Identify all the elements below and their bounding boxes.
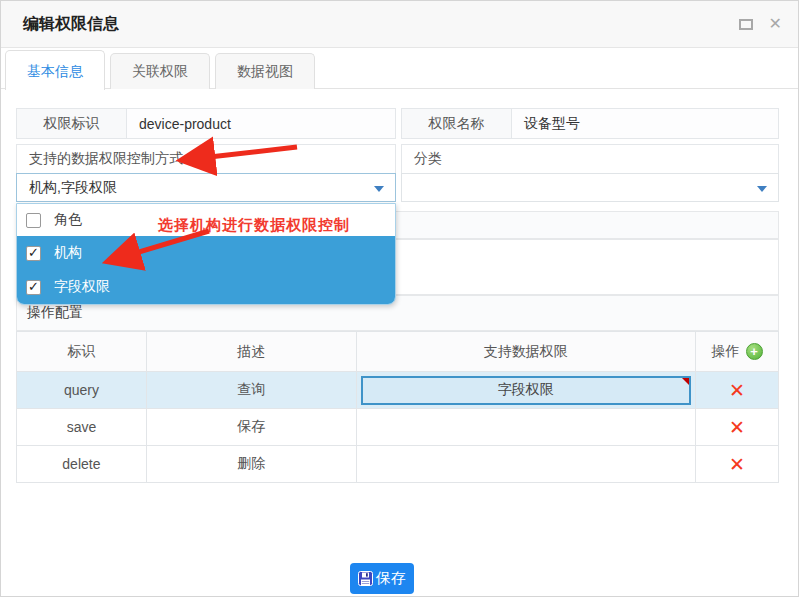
cell-editor-value: 字段权限 [498,381,554,399]
save-button-label: 保存 [376,569,406,588]
perm-id-input[interactable]: device-product [127,109,395,138]
cell-data-perm[interactable] [357,409,697,446]
cell-id: delete [17,446,147,483]
caret-down-icon [374,186,384,192]
col-header-desc: 描述 [147,332,357,372]
tab-basic-info[interactable]: 基本信息 [5,50,105,90]
cell-data-perm[interactable] [357,446,697,483]
col-header-data-perm: 支持数据权限 [357,332,697,372]
data-perm-select[interactable]: 机构,字段权限 [16,173,396,202]
dialog-titlebar: 编辑权限信息 ✕ [1,1,798,48]
checkbox-icon[interactable] [26,213,41,228]
delete-row-icon[interactable]: ✕ [729,455,745,474]
close-icon[interactable]: ✕ [769,18,782,30]
table-row-query[interactable]: query 查询 字段权限 ✕ [17,372,779,409]
annotation-text: 选择机构进行数据权限控制 [158,216,350,235]
data-perm-label: 支持的数据权限控制方式 [16,144,396,174]
cell-desc: 保存 [147,409,357,446]
delete-row-icon[interactable]: ✕ [729,381,745,400]
tab-bar: 基本信息 关联权限 数据视图 [1,48,798,89]
dropdown-item-field-perm[interactable]: 字段权限 [17,270,395,304]
cell-data-perm: 字段权限 [357,372,697,409]
perm-name-input[interactable]: 设备型号 [512,109,778,138]
maximize-icon[interactable] [739,19,753,30]
perm-name-label: 权限名称 [402,109,512,138]
cell-id: query [17,372,147,409]
dropdown-item-org[interactable]: 机构 [17,236,395,270]
category-select[interactable] [401,173,779,202]
tab-related-permissions[interactable]: 关联权限 [110,53,210,89]
col-header-operation-label: 操作 [712,343,740,361]
corner-mark-icon [682,378,689,385]
perm-name-group: 权限名称 设备型号 [401,108,779,139]
data-perm-select-value: 机构,字段权限 [29,179,117,197]
dialog-title: 编辑权限信息 [23,14,119,35]
delete-row-icon[interactable]: ✕ [729,418,745,437]
floppy-disk-icon [358,571,373,586]
tab-data-view[interactable]: 数据视图 [215,53,315,89]
perm-id-label: 权限标识 [17,109,127,138]
table-row-delete[interactable]: delete 删除 ✕ [17,446,779,483]
checkbox-checked-icon[interactable] [26,280,41,295]
cell-desc: 查询 [147,372,357,409]
cell-operation: ✕ [696,372,779,409]
data-perm-cell-editor[interactable]: 字段权限 [361,376,691,405]
cell-desc: 删除 [147,446,357,483]
operations-table: 标识 描述 支持数据权限 操作 + query 查询 字段权限 ✕ save [16,331,779,483]
col-header-id: 标识 [17,332,147,372]
dropdown-item-label: 机构 [54,244,82,262]
category-label: 分类 [401,144,779,174]
add-row-icon[interactable]: + [746,343,763,360]
cell-id: save [17,409,147,446]
edit-permission-dialog: 编辑权限信息 ✕ 基本信息 关联权限 数据视图 权限标识 device-prod… [0,0,799,597]
table-header-row: 标识 描述 支持数据权限 操作 + [17,332,779,372]
caret-down-icon [757,186,767,192]
perm-id-group: 权限标识 device-product [16,108,396,139]
dropdown-item-label: 角色 [54,211,82,229]
save-button[interactable]: 保存 [350,563,414,594]
checkbox-checked-icon[interactable] [26,246,41,261]
cell-operation: ✕ [696,446,779,483]
window-buttons: ✕ [739,18,782,30]
table-row-save[interactable]: save 保存 ✕ [17,409,779,446]
dropdown-item-label: 字段权限 [54,278,110,296]
cell-operation: ✕ [696,409,779,446]
col-header-operation: 操作 + [696,332,779,372]
